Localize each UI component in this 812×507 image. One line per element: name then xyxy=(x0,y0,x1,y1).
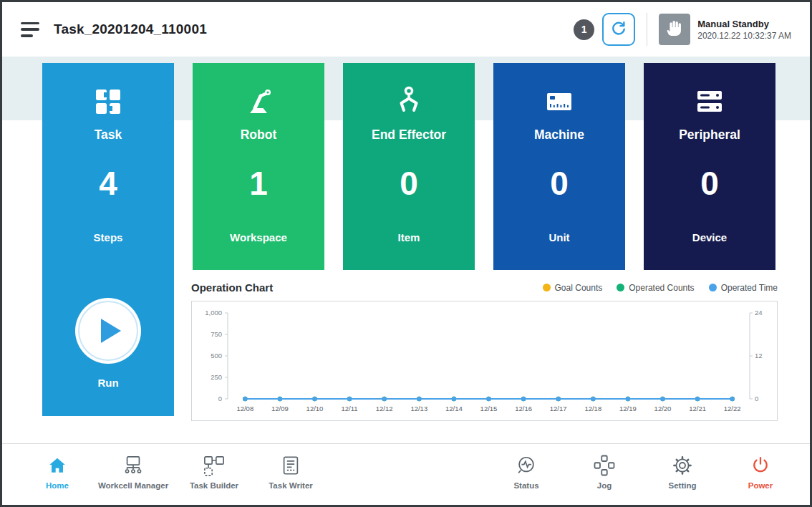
card-end-effector-sublabel: Item xyxy=(343,231,475,243)
gripper-icon xyxy=(343,82,475,122)
nav-home[interactable]: Home xyxy=(14,453,100,490)
run-label: Run xyxy=(42,377,174,389)
svg-text:12/16: 12/16 xyxy=(515,405,532,412)
power-icon xyxy=(717,453,803,478)
svg-text:12: 12 xyxy=(755,352,763,359)
header-divider xyxy=(647,13,647,46)
svg-text:750: 750 xyxy=(211,330,222,338)
card-end-effector-value: 0 xyxy=(343,164,475,203)
manual-mode-button[interactable] xyxy=(659,14,690,45)
menu-button[interactable] xyxy=(21,22,41,37)
menu-icon xyxy=(21,22,39,25)
chart-title: Operation Chart xyxy=(191,281,273,294)
card-task[interactable]: Task 4 Steps Run xyxy=(42,63,174,416)
card-robot-value: 1 xyxy=(193,164,324,203)
card-robot[interactable]: Robot 1 Workspace xyxy=(193,63,324,270)
card-task-label: Task xyxy=(42,127,174,143)
hand-manual-icon xyxy=(666,19,684,40)
nav-jog[interactable]: Jog xyxy=(561,453,647,490)
nav-workcell-manager[interactable]: Workcell Manager xyxy=(90,453,176,490)
notification-count-badge: 1 xyxy=(574,19,594,40)
svg-text:0: 0 xyxy=(755,395,758,402)
nav-status-label: Status xyxy=(483,481,569,490)
card-peripheral-value: 0 xyxy=(644,164,775,203)
svg-text:12/12: 12/12 xyxy=(376,405,393,412)
run-button[interactable] xyxy=(75,298,141,364)
nav-task-writer-label: Task Writer xyxy=(248,481,334,490)
card-end-effector-label: End Effector xyxy=(343,127,475,143)
svg-text:12/10: 12/10 xyxy=(306,405,324,412)
svg-text:12/11: 12/11 xyxy=(342,405,358,412)
operation-chart: 02505007501,0000122412/0812/0912/1012/11… xyxy=(191,301,778,421)
legend-operated-time: Operated Time xyxy=(709,283,778,293)
legend-operated-counts: Operated Counts xyxy=(617,283,694,293)
svg-text:12/21: 12/21 xyxy=(689,405,706,412)
workcell-manager-icon xyxy=(90,453,176,478)
gear-icon xyxy=(639,453,725,478)
card-machine-value: 0 xyxy=(493,164,625,203)
nav-status[interactable]: Status xyxy=(483,453,569,490)
svg-text:12/17: 12/17 xyxy=(550,405,567,412)
nav-workcell-manager-label: Workcell Manager xyxy=(90,481,176,490)
nav-task-writer[interactable]: Task Writer xyxy=(248,453,334,490)
chart-header: Operation Chart Goal Counts Operated Cou… xyxy=(191,281,778,294)
nav-task-builder[interactable]: Task Builder xyxy=(171,453,257,490)
legend-operated-counts-label: Operated Counts xyxy=(629,283,694,293)
nav-jog-label: Jog xyxy=(561,481,647,490)
operated-counts-dot xyxy=(617,284,624,291)
top-bar: Task_20201204_110001 1 xyxy=(2,2,810,57)
bottom-nav-bar: Home Workcell Manager Tas xyxy=(2,443,810,505)
svg-text:12/18: 12/18 xyxy=(584,405,601,412)
nav-task-builder-label: Task Builder xyxy=(171,481,257,490)
svg-text:12/19: 12/19 xyxy=(619,405,637,412)
card-robot-sublabel: Workspace xyxy=(193,231,324,243)
svg-text:250: 250 xyxy=(211,373,222,381)
card-peripheral-label: Peripheral xyxy=(644,127,775,143)
status-icon xyxy=(483,453,569,478)
play-icon xyxy=(101,319,121,343)
nav-power[interactable]: Power xyxy=(717,453,803,490)
svg-text:12/13: 12/13 xyxy=(410,405,427,412)
operation-chart-svg: 02505007501,0000122412/0812/0912/1012/11… xyxy=(192,301,777,420)
card-robot-label: Robot xyxy=(193,127,324,143)
card-task-sublabel: Steps xyxy=(42,231,174,243)
card-machine[interactable]: Machine 0 Unit xyxy=(493,63,625,270)
svg-text:12/09: 12/09 xyxy=(271,405,289,412)
card-peripheral[interactable]: Peripheral 0 Device xyxy=(644,63,775,270)
page-title: Task_20201204_110001 xyxy=(54,21,207,37)
robot-arm-icon xyxy=(193,82,324,122)
svg-text:24: 24 xyxy=(755,309,763,317)
home-icon xyxy=(14,453,100,478)
mode-status-block: Manual Standby 2020.12.22 10:32:37 AM xyxy=(697,19,791,41)
goal-counts-dot xyxy=(543,284,551,291)
nav-setting[interactable]: Setting xyxy=(639,453,725,490)
svg-text:12/08: 12/08 xyxy=(236,405,253,412)
operated-time-dot xyxy=(709,284,717,291)
svg-text:1,000: 1,000 xyxy=(205,309,222,317)
svg-text:12/20: 12/20 xyxy=(654,405,672,412)
machine-icon xyxy=(493,82,625,122)
card-machine-sublabel: Unit xyxy=(493,231,625,243)
top-right-controls: 1 Manual Standby 202 xyxy=(574,13,791,46)
legend-goal-counts-label: Goal Counts xyxy=(555,283,603,293)
chart-legend: Goal Counts Operated Counts Operated Tim… xyxy=(543,283,778,293)
robot-mode-label: Manual Standby xyxy=(697,19,791,29)
svg-text:12/22: 12/22 xyxy=(724,405,741,412)
task-builder-icon xyxy=(171,453,257,478)
legend-goal-counts: Goal Counts xyxy=(543,283,603,293)
server-stack-icon xyxy=(644,82,775,122)
svg-text:12/14: 12/14 xyxy=(445,405,463,412)
card-peripheral-sublabel: Device xyxy=(644,231,775,243)
task-icon xyxy=(42,82,174,122)
svg-text:500: 500 xyxy=(211,352,222,359)
jog-dpad-icon xyxy=(561,453,647,478)
refresh-icon xyxy=(609,19,628,40)
nav-setting-label: Setting xyxy=(639,481,725,490)
card-end-effector[interactable]: End Effector 0 Item xyxy=(343,63,475,270)
card-task-value: 4 xyxy=(42,164,174,203)
nav-power-label: Power xyxy=(717,481,803,490)
svg-text:12/15: 12/15 xyxy=(480,405,498,412)
refresh-button[interactable] xyxy=(602,13,635,46)
card-machine-label: Machine xyxy=(493,127,625,143)
robot-teach-pendant-screen: Task_20201204_110001 1 xyxy=(0,0,812,507)
